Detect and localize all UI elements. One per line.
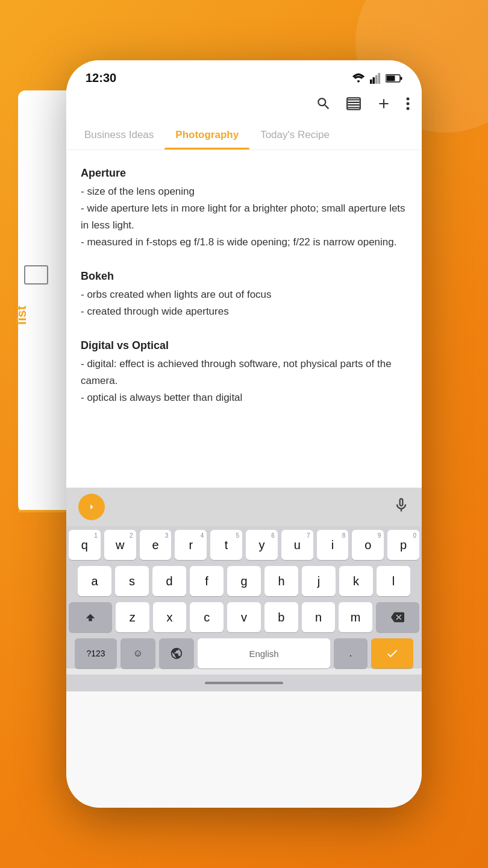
key-e[interactable]: 3e <box>140 530 172 560</box>
digital-optical-body: - digital: effect is achieved through so… <box>81 356 407 406</box>
key-v[interactable]: v <box>227 602 261 632</box>
svg-point-8 <box>407 98 410 101</box>
svg-rect-11 <box>89 618 92 621</box>
status-bar: 12:30 <box>66 60 422 91</box>
tab-todays-recipe[interactable]: Today's Recipe <box>249 121 340 149</box>
microphone-icon[interactable] <box>393 497 410 518</box>
keyboard-area: 1q 2w 3e 4r 5t 6y 7u 8i 9o 0p a s d f g … <box>66 488 422 691</box>
key-y[interactable]: 6y <box>246 530 278 560</box>
keyboard-row-4: ?123 ☺ English . <box>69 638 419 668</box>
key-f[interactable]: f <box>190 566 224 596</box>
add-icon[interactable] <box>376 96 392 116</box>
svg-point-9 <box>407 102 410 105</box>
tab-business-ideas[interactable]: Business Ideas <box>74 121 164 149</box>
status-icons <box>352 73 402 84</box>
key-z[interactable]: z <box>116 602 149 632</box>
key-x[interactable]: x <box>153 602 187 632</box>
svg-rect-5 <box>387 75 395 81</box>
svg-rect-2 <box>375 75 378 83</box>
notebook-label: list <box>14 306 30 325</box>
svg-point-10 <box>407 107 410 110</box>
keyboard-row-2: a s d f g h j k l <box>69 566 419 596</box>
tab-bar: Business Ideas Photography Today's Recip… <box>66 121 422 150</box>
key-n[interactable]: n <box>302 602 336 632</box>
enter-key[interactable] <box>371 638 413 668</box>
bokeh-title: Bokeh <box>81 268 407 285</box>
search-icon[interactable] <box>316 96 331 116</box>
wifi-icon <box>352 73 365 84</box>
key-t[interactable]: 5t <box>210 530 242 560</box>
svg-rect-3 <box>378 73 381 84</box>
period-key[interactable]: . <box>334 638 368 668</box>
signal-icon <box>370 73 381 84</box>
note-section-digital-vs-optical: Digital vs Optical - digital: effect is … <box>81 337 407 406</box>
note-section-aperture: Aperture - size of the lens opening- wid… <box>81 165 407 251</box>
key-l[interactable]: l <box>377 566 410 596</box>
key-p[interactable]: 0p <box>387 530 419 560</box>
numbers-key[interactable]: ?123 <box>75 638 117 668</box>
emoji-key[interactable]: ☺ <box>120 638 155 668</box>
keyboard-toolbar <box>66 488 422 526</box>
tabs-icon[interactable] <box>346 96 361 116</box>
key-h[interactable]: h <box>264 566 298 596</box>
key-k[interactable]: k <box>339 566 373 596</box>
phone-frame: 12:30 <box>66 60 422 808</box>
key-c[interactable]: c <box>190 602 224 632</box>
keyboard-row-1: 1q 2w 3e 4r 5t 6y 7u 8i 9o 0p <box>69 530 419 560</box>
key-b[interactable]: b <box>264 602 298 632</box>
app-toolbar <box>66 91 422 121</box>
key-d[interactable]: d <box>152 566 186 596</box>
key-q[interactable]: 1q <box>69 530 101 560</box>
digital-optical-title: Digital vs Optical <box>81 337 407 354</box>
key-j[interactable]: j <box>302 566 336 596</box>
aperture-title: Aperture <box>81 165 407 182</box>
shift-key[interactable] <box>69 602 112 632</box>
key-s[interactable]: s <box>115 566 149 596</box>
key-g[interactable]: g <box>227 566 261 596</box>
key-w[interactable]: 2w <box>104 530 136 560</box>
svg-rect-1 <box>373 77 375 84</box>
home-indicator <box>205 682 283 684</box>
keyboard: 1q 2w 3e 4r 5t 6y 7u 8i 9o 0p a s d f g … <box>66 526 422 668</box>
note-section-bokeh: Bokeh - orbs created when lights are out… <box>81 268 407 320</box>
keyboard-row-3: z x c v b n m <box>69 602 419 632</box>
battery-icon <box>386 74 402 83</box>
status-time: 12:30 <box>86 71 116 85</box>
more-icon[interactable] <box>406 96 410 116</box>
key-i[interactable]: 8i <box>317 530 349 560</box>
key-r[interactable]: 4r <box>175 530 207 560</box>
expand-button[interactable] <box>78 494 105 520</box>
key-a[interactable]: a <box>78 566 111 596</box>
note-content-area: Aperture - size of the lens opening- wid… <box>66 150 422 488</box>
bokeh-body: - orbs created when lights are out of fo… <box>81 286 407 320</box>
notebook-icon <box>24 265 48 285</box>
globe-key[interactable] <box>159 638 194 668</box>
aperture-body: - size of the lens opening- wide apertur… <box>81 183 407 251</box>
svg-rect-0 <box>370 79 372 83</box>
backspace-key[interactable] <box>376 602 419 632</box>
key-o[interactable]: 9o <box>352 530 384 560</box>
key-m[interactable]: m <box>339 602 372 632</box>
spacebar-key[interactable]: English <box>198 638 330 668</box>
key-u[interactable]: 7u <box>281 530 313 560</box>
svg-rect-6 <box>401 77 402 80</box>
bottom-bar <box>66 675 422 691</box>
tab-photography[interactable]: Photography <box>164 121 249 149</box>
